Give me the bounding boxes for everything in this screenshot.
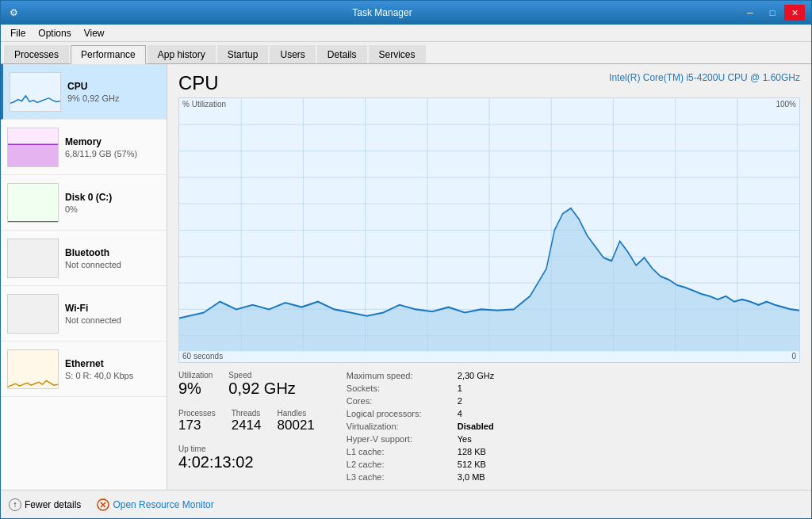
svg-rect-4 <box>8 184 58 222</box>
main-content: CPU 9% 0,92 GHz Memory 6,8/11,9 GB (57%) <box>1 64 811 490</box>
minimize-button[interactable]: ─ <box>740 5 760 21</box>
title-bar: ⚙ Task Manager ─ □ ✕ <box>1 1 811 25</box>
menu-bar: File Options View <box>1 25 811 42</box>
footer: ↑ Fewer details Open Resource Monitor <box>1 490 811 518</box>
disk-mini-graph <box>7 183 59 223</box>
cpu-stats-left: Utilization 9% Speed 0,92 GHz Processes … <box>178 371 315 482</box>
sidebar-item-cpu[interactable]: CPU 9% 0,92 GHz <box>1 64 167 120</box>
menu-view[interactable]: View <box>78 26 111 40</box>
open-resource-monitor-link[interactable]: Open Resource Monitor <box>97 498 213 511</box>
tab-processes[interactable]: Processes <box>4 45 69 63</box>
task-manager-window: ⚙ Task Manager ─ □ ✕ File Options View P… <box>0 0 812 519</box>
processes-value: 173 <box>178 418 216 433</box>
disk-sidebar-info: Disk 0 (C:) 0% <box>65 192 112 214</box>
tab-users[interactable]: Users <box>270 45 315 63</box>
l2-cache-label: L2 cache: <box>347 460 450 469</box>
speed-value: 0,92 GHz <box>228 380 295 398</box>
bluetooth-sidebar-value: Not connected <box>65 260 121 269</box>
cpu-model: Intel(R) Core(TM) i5-4200U CPU @ 1.60GHz <box>609 72 800 83</box>
svg-rect-5 <box>8 221 58 222</box>
window-title: Task Manager <box>25 7 740 18</box>
handles-label: Handles <box>278 409 315 418</box>
l3-cache-label: L3 cache: <box>347 472 450 482</box>
ethernet-label: Ethernet <box>65 358 133 369</box>
threads-group: Threads 2414 <box>232 409 262 433</box>
chart-x-end: 0 <box>791 352 796 361</box>
cores-value: 2 <box>458 396 462 406</box>
logical-processors-label: Logical processors: <box>347 409 450 418</box>
speed-label: Speed <box>228 371 295 380</box>
app-icon: ⚙ <box>7 6 20 19</box>
l1-cache-row: L1 cache: 128 KB <box>347 447 494 456</box>
l2-cache-value: 512 KB <box>458 460 486 469</box>
hyperv-label: Hyper-V support: <box>347 434 450 444</box>
maximize-button[interactable]: □ <box>762 5 783 21</box>
processes-group: Processes 173 <box>178 409 216 433</box>
fewer-details-icon: ↑ <box>9 498 21 511</box>
cpu-sidebar-info: CPU 9% 0,92 GHz <box>67 81 119 103</box>
utilization-label: Utilization <box>178 371 213 380</box>
svg-rect-0 <box>10 73 60 111</box>
processes-label: Processes <box>178 409 216 418</box>
ethernet-sidebar-info: Ethernet S: 0 R: 40,0 Kbps <box>65 358 133 380</box>
fewer-details-label: Fewer details <box>25 499 81 510</box>
threads-label: Threads <box>232 409 262 418</box>
virtualization-row: Virtualization: Disabled <box>347 422 494 431</box>
chart-y-label: % Utilization <box>182 100 226 109</box>
cpu-header: CPU Intel(R) Core(TM) i5-4200U CPU @ 1.6… <box>178 72 800 94</box>
sidebar-item-disk[interactable]: Disk 0 (C:) 0% <box>1 175 167 231</box>
bluetooth-label: Bluetooth <box>65 247 121 258</box>
max-speed-label: Maximum speed: <box>347 371 450 380</box>
cpu-label: CPU <box>67 81 119 92</box>
ethernet-sidebar-value: S: 0 R: 40,0 Kbps <box>65 371 133 380</box>
tab-startup[interactable]: Startup <box>217 45 269 63</box>
threads-value: 2414 <box>232 418 262 433</box>
bluetooth-sidebar-info: Bluetooth Not connected <box>65 247 121 269</box>
tab-app-history[interactable]: App history <box>147 45 216 63</box>
hyperv-value: Yes <box>458 434 472 444</box>
cpu-chart: % Utilization 100% 60 seconds 0 <box>178 97 800 363</box>
handles-value: 80021 <box>278 418 315 433</box>
tab-performance[interactable]: Performance <box>71 45 146 64</box>
sidebar-item-wifi[interactable]: Wi-Fi Not connected <box>1 286 167 342</box>
l3-cache-value: 3,0 MB <box>458 472 485 482</box>
svg-rect-7 <box>8 295 58 333</box>
memory-sidebar-info: Memory 6,8/11,9 GB (57%) <box>65 136 137 158</box>
memory-label: Memory <box>65 136 137 147</box>
virtualization-label: Virtualization: <box>347 422 450 431</box>
virtualization-value: Disabled <box>458 422 494 431</box>
max-speed-value: 2,30 GHz <box>458 371 494 380</box>
tab-services[interactable]: Services <box>369 45 426 63</box>
wifi-mini-graph <box>7 294 59 334</box>
handles-group: Handles 80021 <box>278 409 315 433</box>
tabs-bar: Processes Performance App history Startu… <box>1 42 811 64</box>
ethernet-mini-graph <box>7 349 59 389</box>
sidebar-item-bluetooth[interactable]: Bluetooth Not connected <box>1 231 167 286</box>
fewer-details-button[interactable]: ↑ Fewer details <box>9 498 81 511</box>
menu-file[interactable]: File <box>4 26 32 40</box>
cpu-section-title: CPU <box>178 72 219 94</box>
tab-details[interactable]: Details <box>317 45 367 63</box>
cpu-mini-graph <box>10 72 61 112</box>
l3-cache-row: L3 cache: 3,0 MB <box>347 472 494 482</box>
bluetooth-mini-graph <box>7 239 59 278</box>
utilization-value: 9% <box>178 380 213 398</box>
close-button[interactable]: ✕ <box>784 5 805 21</box>
sidebar-item-ethernet[interactable]: Ethernet S: 0 R: 40,0 Kbps <box>1 342 167 397</box>
wifi-sidebar-value: Not connected <box>65 315 121 325</box>
sockets-label: Sockets: <box>347 384 450 393</box>
open-resource-monitor-label: Open Resource Monitor <box>113 499 213 510</box>
logical-processors-row: Logical processors: 4 <box>347 409 494 418</box>
max-speed-row: Maximum speed: 2,30 GHz <box>347 371 494 380</box>
memory-sidebar-value: 6,8/11,9 GB (57%) <box>65 149 137 158</box>
sidebar-item-memory[interactable]: Memory 6,8/11,9 GB (57%) <box>1 120 167 175</box>
cpu-content-area: CPU Intel(R) Core(TM) i5-4200U CPU @ 1.6… <box>167 64 811 490</box>
logical-processors-value: 4 <box>458 409 462 418</box>
sockets-value: 1 <box>458 384 462 393</box>
speed-group: Speed 0,92 GHz <box>228 371 295 398</box>
menu-options[interactable]: Options <box>32 26 77 40</box>
cores-row: Cores: 2 <box>347 396 494 406</box>
window-controls: ─ □ ✕ <box>740 5 805 21</box>
l2-cache-row: L2 cache: 512 KB <box>347 460 494 469</box>
disk-label: Disk 0 (C:) <box>65 192 112 203</box>
